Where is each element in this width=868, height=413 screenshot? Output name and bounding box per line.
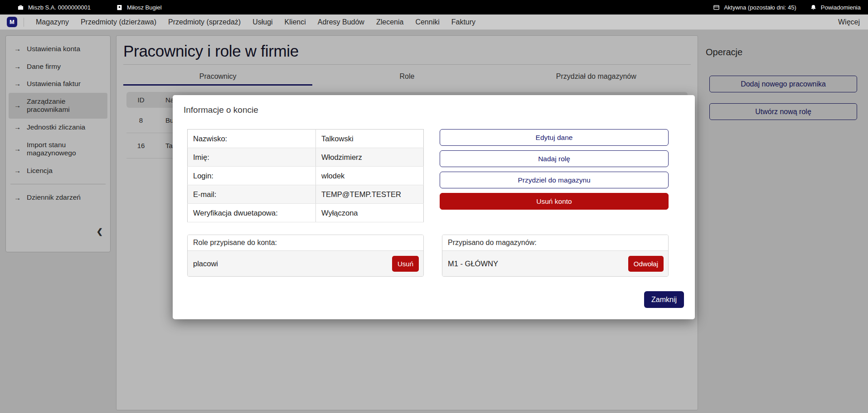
detail-row-email: E-mail: TEMP@TEMP.TESTER (188, 185, 424, 204)
modal-title: Informacje o koncie (184, 105, 258, 115)
current-user[interactable]: Miłosz Bugiel (116, 4, 162, 11)
field-value: Włodzimierz (316, 148, 424, 167)
account-actions: Edytuj dane Nadaj rolę Przydziel do maga… (440, 129, 669, 214)
nav-item-klienci[interactable]: Klienci (285, 18, 306, 26)
screen: Miszb S.A. 0000000001 Miłosz Bugiel Akty… (0, 0, 868, 413)
field-label: Login: (188, 167, 316, 185)
topbar-right: Aktywna (pozostało dni: 45) Powiadomieni… (713, 4, 861, 11)
nav-item-adresy-budow[interactable]: Adresy Budów (318, 18, 364, 26)
detail-row-nazwisko: Nazwisko: Talkowski (188, 130, 424, 148)
nav-item-cenniki[interactable]: Cenniki (415, 18, 439, 26)
role-name: placowi (193, 259, 218, 268)
app-body: → Ustawienia konta → Dane firmy → Ustawi… (0, 30, 868, 413)
notifications-label: Powiadomienia (821, 4, 861, 11)
field-value: wlodek (316, 167, 424, 185)
nav-item-przedmioty-sprzedaz[interactable]: Przedmioty (sprzedaż) (168, 18, 241, 26)
assign-role-button[interactable]: Nadaj rolę (440, 150, 669, 167)
company-indicator: Miszb S.A. 0000000001 (17, 4, 91, 11)
assigned-warehouse-row: M1 - GŁÓWNY Odwołaj (442, 251, 668, 276)
assigned-roles-title: Role przypisane do konta: (188, 235, 423, 251)
detail-row-imie: Imię: Włodzimierz (188, 148, 424, 167)
assigned-role-row: placowi Usuń (188, 251, 423, 276)
topbar: Miszb S.A. 0000000001 Miłosz Bugiel Akty… (0, 0, 868, 14)
revoke-warehouse-button[interactable]: Odwołaj (628, 256, 664, 272)
topbar-left: Miszb S.A. 0000000001 Miłosz Bugiel (17, 4, 162, 11)
app-logo[interactable]: M (7, 17, 17, 27)
bell-icon (810, 4, 817, 11)
field-value: Wyłączona (316, 204, 424, 222)
user-badge-icon (116, 4, 123, 11)
assigned-roles-box: Role przypisane do konta: placowi Usuń (187, 235, 424, 277)
remove-role-button[interactable]: Usuń (392, 256, 419, 272)
nav-item-wiecej[interactable]: Więcej (838, 18, 860, 26)
assign-warehouse-button[interactable]: Przydziel do magazynu (440, 172, 669, 188)
nav-item-przedmioty-dzierzawa[interactable]: Przedmioty (dzierżawa) (81, 18, 156, 26)
field-value: Talkowski (316, 130, 424, 148)
field-label: Imię: (188, 148, 316, 167)
field-label: Weryfikacja dwuetapowa: (188, 204, 316, 222)
user-label: Miłosz Bugiel (127, 4, 162, 11)
assigned-warehouses-box: Przypisano do magazynów: M1 - GŁÓWNY Odw… (442, 235, 669, 277)
company-label: Miszb S.A. 0000000001 (28, 4, 91, 11)
main-navbar: M Magazyny Przedmioty (dzierżawa) Przedm… (0, 14, 868, 30)
account-info-modal: Informacje o koncie Nazwisko: Talkowski … (173, 95, 695, 319)
field-label: Nazwisko: (188, 130, 316, 148)
close-modal-button[interactable]: Zamknij (644, 291, 684, 308)
field-value: TEMP@TEMP.TESTER (316, 185, 424, 204)
license-label: Aktywna (pozostało dni: 45) (724, 4, 796, 11)
warehouse-name: M1 - GŁÓWNY (448, 259, 498, 268)
account-details-table: Nazwisko: Talkowski Imię: Włodzimierz Lo… (187, 129, 424, 222)
detail-row-weryfikacja: Weryfikacja dwuetapowa: Wyłączona (188, 204, 424, 222)
nav-item-faktury[interactable]: Faktury (451, 18, 475, 26)
nav-separator (24, 18, 24, 27)
field-label: E-mail: (188, 185, 316, 204)
nav-item-uslugi[interactable]: Usługi (252, 18, 272, 26)
nav-item-magazyny[interactable]: Magazyny (36, 18, 69, 26)
nav-item-zlecenia[interactable]: Zlecenia (376, 18, 403, 26)
delete-account-button[interactable]: Usuń konto (440, 193, 669, 210)
license-card-icon (713, 4, 720, 11)
briefcase-icon (17, 4, 24, 11)
license-status[interactable]: Aktywna (pozostało dni: 45) (713, 4, 796, 11)
assigned-warehouses-title: Przypisano do magazynów: (442, 235, 668, 251)
edit-data-button[interactable]: Edytuj dane (440, 129, 669, 146)
notifications-button[interactable]: Powiadomienia (810, 4, 861, 11)
detail-row-login: Login: wlodek (188, 167, 424, 185)
